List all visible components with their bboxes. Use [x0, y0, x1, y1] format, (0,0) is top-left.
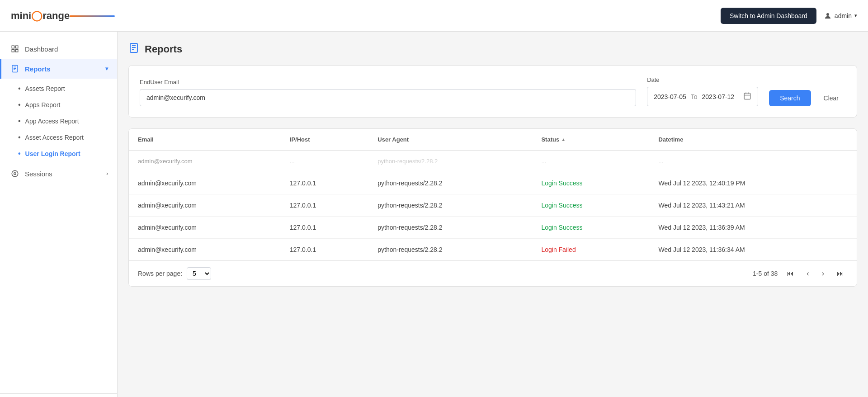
clear-button[interactable]: Clear [816, 90, 846, 106]
date-filter-label: Date [647, 76, 758, 83]
col-status[interactable]: Status ▲ [532, 129, 649, 151]
sub-nav-reports: Assets Report Apps Report App Access Rep… [0, 79, 117, 164]
table-row: admin@xecurify.com 127.0.0.1 python-requ… [129, 239, 857, 261]
prev-page-button[interactable]: ‹ [803, 268, 812, 279]
sidebar-footer: Contact Us [0, 393, 117, 397]
col-email: Email [129, 129, 281, 151]
admin-user-menu[interactable]: admin ▾ [824, 12, 857, 20]
chevron-down-icon: ▾ [854, 13, 857, 19]
cell-email: admin@xecurify.com [129, 194, 281, 217]
reports-chevron-icon: ▾ [105, 66, 108, 72]
col-useragent: User Agent [368, 129, 532, 151]
cell-ip: 127.0.0.1 [281, 194, 368, 217]
next-page-button[interactable]: › [818, 268, 828, 279]
cell-agent: python-requests/2.28.2 [368, 239, 532, 261]
pagination-info: 1-5 of 38 [753, 270, 778, 277]
sidebar-nav: Dashboard Reports ▾ Assets Report Apps R… [0, 32, 117, 393]
sidebar-item-assets-report[interactable]: Assets Report [0, 80, 117, 97]
logo: mini◯range [11, 10, 115, 22]
email-filter-group: EndUser Email [140, 79, 636, 106]
cell-agent-trunc: python-requests/2.28.2 [368, 151, 532, 172]
cell-email: admin@xecurify.com [129, 217, 281, 239]
sidebar-item-sessions[interactable]: Sessions › [0, 164, 117, 184]
sidebar-item-app-access-report[interactable]: App Access Report [0, 113, 117, 129]
apps-report-label: Apps Report [25, 101, 61, 109]
cell-datetime: Wed Jul 12 2023, 11:36:34 AM [649, 239, 857, 261]
header-right: Switch to Admin Dashboard admin ▾ [721, 8, 857, 24]
pagination: 1-5 of 38 ⏮ ‹ › ⏭ [753, 268, 848, 279]
file-list-icon [10, 64, 19, 73]
email-filter-label: EndUser Email [140, 79, 636, 85]
sidebar-item-user-login-report[interactable]: User Login Report [0, 146, 117, 162]
user-icon [824, 12, 832, 20]
sessions-label: Sessions [25, 170, 52, 178]
cell-agent: python-requests/2.28.2 [368, 194, 532, 217]
sessions-icon [10, 169, 19, 178]
cell-email-trunc: admin@xecurify.com [129, 151, 281, 172]
cell-email: admin@xecurify.com [129, 239, 281, 261]
table-footer: Rows per page: 5 10 25 1-5 of 38 ⏮ ‹ › ⏭ [129, 260, 857, 286]
table-header: Email IP/Host User Agent Status ▲ Dateti… [129, 129, 857, 151]
main-content: Reports EndUser Email Date 2023-07-05 To… [118, 32, 868, 397]
asset-access-report-label: Asset Access Report [25, 134, 84, 141]
cell-status: Login Failed [532, 239, 649, 261]
cell-status: Login Success [532, 217, 649, 239]
reports-table: Email IP/Host User Agent Status ▲ Dateti… [129, 129, 857, 260]
cell-datetime: Wed Jul 12 2023, 11:43:21 AM [649, 194, 857, 217]
rows-per-page-group: Rows per page: 5 10 25 [138, 267, 211, 280]
cell-ip: 127.0.0.1 [281, 172, 368, 194]
table-body: admin@xecurify.com ... python-requests/2… [129, 151, 857, 261]
calendar-icon[interactable] [743, 92, 751, 101]
logo-text: mini◯range [11, 10, 70, 22]
page-header: Reports [128, 43, 857, 56]
filter-actions: Search Clear [769, 90, 846, 106]
filter-card: EndUser Email Date 2023-07-05 To 2023-07… [128, 65, 857, 118]
sidebar-item-asset-access-report[interactable]: Asset Access Report [0, 129, 117, 146]
date-separator: To [691, 93, 698, 100]
col-iphost: IP/Host [281, 129, 368, 151]
header: mini◯range Switch to Admin Dashboard adm… [0, 0, 868, 32]
cell-status-trunc: ... [532, 151, 649, 172]
filter-row: EndUser Email Date 2023-07-05 To 2023-07… [140, 76, 846, 106]
svg-rect-4 [16, 50, 18, 52]
sessions-chevron-icon: › [106, 170, 108, 177]
rows-per-page-select[interactable]: 5 10 25 [187, 267, 211, 280]
table-row: admin@xecurify.com 127.0.0.1 python-requ… [129, 194, 857, 217]
search-button[interactable]: Search [769, 90, 811, 106]
svg-point-0 [826, 13, 829, 16]
cell-datetime: Wed Jul 12 2023, 11:36:39 AM [649, 217, 857, 239]
svg-rect-1 [12, 46, 14, 48]
switch-admin-button[interactable]: Switch to Admin Dashboard [721, 8, 816, 24]
svg-rect-15 [744, 93, 750, 99]
cell-email: admin@xecurify.com [129, 172, 281, 194]
sidebar-item-dashboard[interactable]: Dashboard [0, 39, 117, 59]
cell-ip: 127.0.0.1 [281, 239, 368, 261]
app-access-report-label: App Access Report [25, 118, 79, 125]
svg-rect-3 [12, 50, 14, 52]
assets-report-label: Assets Report [25, 85, 65, 92]
status-sort-icon: ▲ [561, 137, 566, 142]
cell-datetime-trunc: ... [649, 151, 857, 172]
table-row-truncated: admin@xecurify.com ... python-requests/2… [129, 151, 857, 172]
reports-label: Reports [25, 65, 51, 73]
admin-label: admin [835, 12, 852, 19]
sidebar-item-apps-report[interactable]: Apps Report [0, 97, 117, 113]
table-row: admin@xecurify.com 127.0.0.1 python-requ… [129, 217, 857, 239]
sidebar-item-reports[interactable]: Reports ▾ [0, 59, 117, 79]
date-range-picker[interactable]: 2023-07-05 To 2023-07-12 [647, 87, 758, 106]
dashboard-label: Dashboard [25, 45, 58, 53]
svg-point-9 [12, 170, 18, 177]
first-page-button[interactable]: ⏮ [783, 268, 797, 279]
email-filter-input[interactable] [140, 89, 636, 106]
last-page-button[interactable]: ⏭ [833, 268, 848, 279]
layout: Dashboard Reports ▾ Assets Report Apps R… [0, 32, 868, 397]
cell-agent: python-requests/2.28.2 [368, 217, 532, 239]
date-from-value: 2023-07-05 [654, 93, 686, 100]
date-filter-group: Date 2023-07-05 To 2023-07-12 [647, 76, 758, 106]
reports-table-container: Email IP/Host User Agent Status ▲ Dateti… [128, 128, 857, 287]
logo-underline [70, 15, 115, 17]
svg-point-10 [14, 173, 16, 175]
rows-per-page-label: Rows per page: [138, 270, 182, 277]
date-to-value: 2023-07-12 [702, 93, 735, 100]
cell-ip-trunc: ... [281, 151, 368, 172]
